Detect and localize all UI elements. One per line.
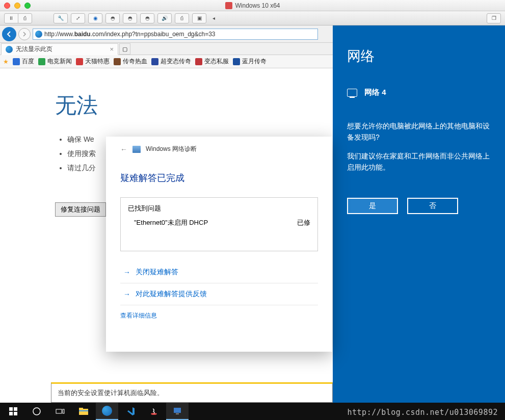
dialog-found-label: 已找到问题 [128,204,310,213]
ie-tab-active[interactable]: 无法显示此页 × [1,43,118,55]
favorites-star-icon[interactable]: ★ [3,58,9,65]
cortana-button[interactable] [25,403,48,420]
ie-taskbar-icon [102,406,112,416]
dialog-icon [132,146,141,153]
ie-forward-button[interactable] [18,28,31,40]
ie-tab-icon [6,46,13,53]
svg-rect-9 [79,410,88,411]
internet-explorer-button[interactable] [96,403,118,420]
network-adapter-icon [347,89,357,97]
vscode-button[interactable] [119,403,142,420]
ie-error-heading: 无法 [55,91,333,120]
dialog-issue-status: 已修 [297,218,310,227]
ie-address-bar[interactable]: http://www.baidu.com/index.php?tn=ppsbai… [33,29,318,40]
java-button[interactable] [143,403,165,420]
dialog-title: 疑难解答已完成 [120,172,318,184]
task-view-button[interactable] [49,403,71,420]
dialog-close-troubleshooter[interactable]: → 关闭疑难解答 [120,261,318,283]
svg-rect-8 [79,408,83,410]
vm-snapshot-button[interactable]: ⎙ [18,13,32,23]
ie-icon [35,31,42,38]
ie-security-text: 当前的安全设置使计算机面临风险。 [58,388,164,398]
fav-item-bluemoon[interactable]: 蓝月传奇 [233,57,267,66]
dialog-issue-text: "Ethernet0"未启用 DHCP [134,218,208,227]
vm-printer-button[interactable]: ⎙ [175,13,189,23]
svg-rect-6 [63,409,64,413]
svg-rect-5 [56,409,62,413]
vm-pause-button[interactable]: ⏸ [4,13,18,23]
vm-disc-button-1[interactable]: ◓ [105,13,120,23]
svg-rect-0 [9,407,13,411]
dialog-header: ← Windows 网络诊断 [120,145,318,153]
mac-titlebar: Windows 10 x64 [0,0,505,11]
network-button-row: 是 否 [347,198,491,214]
ie-back-button[interactable] [2,27,16,41]
vm-disc-button-2[interactable]: ◓ [123,13,137,23]
network-heading: 网络 [347,47,491,65]
start-button[interactable] [2,403,24,420]
vm-display-button[interactable]: ▣ [192,13,206,23]
vm-content-area: http://www.baidu.com/index.php?tn=ppsbai… [0,25,505,420]
vm-overflow-button[interactable]: ◂ [209,13,218,23]
dialog-issue-box: 已找到问题 "Ethernet0"未启用 DHCP 已修 [120,197,318,251]
svg-rect-12 [176,413,179,414]
fav-item-tmall[interactable]: 天猫特惠 [76,57,110,66]
network-name: 网络 4 [364,88,386,97]
fav-item-private[interactable]: 变态私服 [195,57,229,66]
file-explorer-button[interactable] [72,403,95,420]
dialog-issue-row: "Ethernet0"未启用 DHCP 已修 [128,218,310,227]
dialog-give-feedback[interactable]: → 对此疑难解答提供反馈 [120,283,318,305]
vm-fullscreen-button[interactable]: ⤢ [71,13,85,23]
vm-device-button[interactable]: ◉ [88,13,102,23]
arrow-right-icon: → [123,268,130,276]
vm-disc-button-3[interactable]: ◓ [140,13,154,23]
vm-windows-button[interactable]: ❐ [487,13,501,23]
traffic-lights [4,3,31,9]
mac-toolbar: ⏸ ⎙ 🔧 ⤢ ◉ ◓ ◓ ◓ 🔊 ⎙ ▣ ◂ ❐ [0,11,505,25]
watermark: http://blog.csdn.net/u013069892 [348,408,498,417]
fav-item-legend2[interactable]: 超变态传奇 [151,57,191,66]
network-discovery-panel: 网络 网络 4 想要允许你的电脑被此网络上的其他电脑和设备发现吗? 我们建议你在… [333,25,505,403]
svg-rect-2 [9,412,13,415]
fav-item-legend1[interactable]: 传奇热血 [114,57,147,66]
close-window-button[interactable] [4,3,10,9]
vm-icon [225,2,232,9]
fav-item-baidu[interactable]: 百度 [13,57,34,66]
arrow-right-icon: → [123,290,130,298]
svg-rect-1 [14,407,17,411]
dialog-window-title: Windows 网络诊断 [146,145,197,153]
vm-sound-button[interactable]: 🔊 [157,13,172,23]
window-title: Windows 10 x64 [225,2,280,9]
troubleshooter-button[interactable] [166,403,189,420]
network-troubleshooter-dialog: ← Windows 网络诊断 疑难解答已完成 已找到问题 "Ethernet0"… [106,137,332,352]
network-no-button[interactable]: 否 [407,198,458,214]
vm-settings-button[interactable]: 🔧 [54,13,68,23]
svg-point-4 [33,408,40,415]
network-connection-row: 网络 4 [347,88,491,97]
svg-rect-11 [174,408,181,413]
ie-tab-close-button[interactable]: × [110,45,114,53]
ie-new-tab-button[interactable]: ▢ [119,43,130,55]
ie-url-text: http://www.baidu.com/index.php?tn=ppsbai… [44,31,216,38]
svg-rect-3 [14,412,17,415]
dialog-back-button[interactable]: ← [120,145,127,153]
network-suggestion: 我们建议你在家庭和工作网络而非公共网络上启用此功能。 [347,151,491,173]
ie-fix-connection-button[interactable]: 修复连接问题 [55,202,106,217]
ie-security-warning: 当前的安全设置使计算机面临风险。 [51,382,333,403]
ie-tab-title: 无法显示此页 [16,45,52,54]
network-yes-button[interactable]: 是 [347,198,398,214]
minimize-window-button[interactable] [14,3,20,9]
dialog-view-details-link[interactable]: 查看详细信息 [120,311,318,320]
fav-item-esports[interactable]: 电竞新闻 [38,57,72,66]
maximize-window-button[interactable] [24,3,31,9]
window-title-text: Windows 10 x64 [235,2,280,9]
network-question: 想要允许你的电脑被此网络上的其他电脑和设备发现吗? [347,121,491,143]
